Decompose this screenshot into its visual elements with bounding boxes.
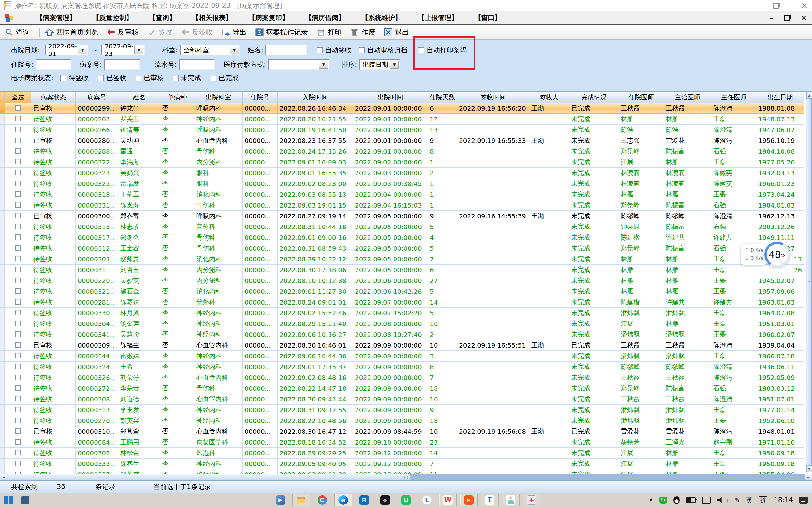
checkbox-icon[interactable] [172, 75, 179, 81]
checkbox-icon[interactable] [60, 75, 66, 81]
nurse-app-icon-tile[interactable] [502, 494, 519, 506]
auto-checkbox-3[interactable]: 自动打印条码 [418, 46, 467, 55]
auto-checkbox-2[interactable]: 自动审核归档 [359, 46, 407, 55]
table-row[interactable]: 已审核00000299...钟龙仔否呼吸内科00000...2022.08.26… [0, 103, 804, 114]
row-checkbox[interactable] [15, 202, 20, 208]
row-checkbox[interactable] [15, 127, 20, 132]
wechat-icon[interactable] [659, 497, 667, 504]
column-header-attending-doctor[interactable]: 主治医师 [664, 92, 711, 103]
row-checkbox[interactable] [15, 181, 20, 186]
table-row[interactable]: 待签收00000266...钟清寿否呼吸内科00000...2022.08.19… [0, 124, 804, 135]
column-header-status[interactable]: 病案状态 [32, 92, 76, 103]
table-row[interactable]: 已审核00000280...吴幼坤否心血管内科00000...2022.08.2… [0, 135, 804, 146]
menu-item-6[interactable]: 【病历借阅】 [305, 13, 345, 22]
display-icon[interactable] [702, 497, 711, 504]
table-row[interactable]: 待签收00000325...雷瑞发否眼科00000...2022.09.02 0… [0, 178, 804, 189]
blue-l-app-icon-tile[interactable]: L [418, 494, 436, 506]
qq-icon[interactable] [673, 496, 680, 504]
file-explorer-icon-tile[interactable] [293, 494, 310, 506]
row-checkbox[interactable] [15, 105, 20, 111]
row-checkbox[interactable] [15, 148, 20, 154]
row-checkbox[interactable] [15, 321, 20, 326]
start-button[interactable] [4, 496, 13, 504]
menu-item-2[interactable]: 【质量控制】 [93, 13, 133, 22]
progress-ring[interactable]: 48% [764, 242, 790, 267]
table-row[interactable]: 待签收00000313...李玉发否神经内科00000...2022.08.31… [0, 405, 804, 415]
scroll-up-icon[interactable]: ▲ [806, 92, 812, 99]
reverse-review-button[interactable]: 反审核 [107, 27, 139, 37]
row-checkbox[interactable] [15, 342, 20, 348]
row-checkbox[interactable] [15, 267, 20, 272]
table-row[interactable]: 待签收00000324...王希否神经内科00000...2022.09.01 … [0, 361, 804, 372]
table-row[interactable]: 待签收00000333...陈春生否神经内科00000...2022.09.05… [0, 458, 804, 469]
table-row[interactable]: 待签收00000272...李荣贵否骨伤科00000...2022.08.22 … [0, 383, 804, 394]
menu-item-4[interactable]: 【相关报表】 [192, 13, 232, 22]
table-row[interactable]: 待签收00000220...吴妙英否内分泌科00000...2022.08.10… [0, 275, 804, 286]
table-row[interactable]: 待签收00000322...李鸿海否内分泌科00000...2022.09.01… [0, 157, 804, 168]
chevron-down-icon[interactable]: ▼ [78, 46, 87, 54]
checkbox-icon[interactable] [418, 47, 424, 53]
checkbox-icon[interactable] [316, 47, 322, 53]
void-button[interactable]: 作废 [351, 27, 375, 37]
vertical-scroll-thumb[interactable]: ≡ [807, 99, 812, 465]
row-checkbox[interactable] [15, 385, 20, 391]
date-to-select[interactable]: 2022-09-23▼ [101, 45, 145, 55]
checkbox-icon[interactable] [359, 47, 365, 53]
table-row[interactable]: 待签收00000326...刘荣仔否心血管内科00000...2022.09.0… [0, 372, 804, 383]
row-checkbox[interactable] [15, 288, 20, 294]
clipboard-app-icon-tile[interactable]: + [523, 494, 541, 506]
chevron-down-icon[interactable]: ▼ [390, 60, 399, 69]
chevron-down-icon[interactable]: ▼ [230, 46, 239, 54]
row-checkbox[interactable] [15, 471, 20, 474]
tray-chevron-icon[interactable]: ∧ [649, 497, 653, 503]
western-homepage-browse-button[interactable]: 西医首页浏览 [45, 27, 98, 37]
row-checkbox[interactable] [15, 234, 20, 240]
battery-icon[interactable] [686, 498, 696, 503]
chevron-down-icon[interactable]: ▼ [135, 46, 143, 54]
mdi-close-button[interactable]: ✕ [801, 14, 807, 22]
sort-select[interactable]: 出院日期▼ [359, 59, 400, 70]
row-checkbox[interactable] [15, 450, 20, 455]
admission-no-input[interactable] [36, 59, 71, 70]
dept-select[interactable]: 全部科室▼ [181, 45, 240, 55]
auto-checkbox-1[interactable]: 自动签收 [316, 46, 352, 55]
minimize-button[interactable]: — [743, 2, 751, 9]
wps-icon-tile[interactable]: W [439, 494, 457, 506]
dark-game-app-icon-tile[interactable]: ◆ [376, 494, 394, 506]
table-row[interactable]: 待签收00000344...雷嫩妹否神经内科00000...2022.09.06… [0, 351, 804, 361]
column-header-patient-name[interactable]: 姓名 [118, 92, 160, 103]
column-header-admission-no[interactable]: 住院号 [243, 92, 277, 103]
column-header-discharge-dept[interactable]: 出院科室 [194, 92, 243, 103]
table-row[interactable]: 待签收00000311...刘杏玉否内分泌科00000...2022.08.30… [0, 265, 804, 275]
blue-t-app-icon-tile[interactable]: T [481, 494, 499, 506]
pinned-app-icon[interactable] [21, 496, 29, 504]
column-header-sign-time[interactable]: 签收时间 [457, 92, 529, 103]
row-checkbox[interactable] [15, 137, 20, 143]
table-row[interactable]: 待签收00000341...吴慧珍否神经内科00000...2022.09.06… [0, 329, 804, 340]
table-row[interactable]: 待签收00000317...郑冬仑否骨伤科00000...2022.09.01 … [0, 232, 804, 243]
vertical-scrollbar[interactable]: ▲ ≡ ▼ [806, 92, 812, 472]
status-checkbox-5[interactable]: 已完成 [210, 73, 239, 82]
table-row[interactable]: 待签收00000084...王鹏用否康复医学科00000...2022.08.1… [0, 437, 804, 448]
table-row[interactable]: 待签收00000323...吴奶兴否眼科00000...2022.09.01 1… [0, 168, 804, 178]
horizontal-scrollbar[interactable]: ◄ ► [0, 474, 812, 481]
table-row[interactable]: 已审核00000310...郑其萱否心血管内科00000...2022.08.3… [0, 426, 804, 437]
chevron-down-icon[interactable]: ▼ [319, 60, 328, 69]
maximize-button[interactable] [773, 3, 779, 9]
checkbox-icon[interactable] [210, 75, 216, 81]
date-from-select[interactable]: 2022-09-01▼ [45, 45, 88, 55]
table-row[interactable]: 待签收00000327...郑英秀否消化内科00000...2022.09.02… [0, 469, 804, 474]
taskbar-clock[interactable]: 18:14 [774, 496, 793, 504]
close-button[interactable]: × [801, 2, 808, 9]
column-header-birth-date[interactable]: 出生日期 [757, 92, 804, 103]
column-header-days[interactable]: 住院天数 [428, 92, 457, 103]
table-row[interactable]: 待签收00000330...林月凤否神经内科00000...2022.09.02… [0, 308, 804, 319]
table-row[interactable]: 已审核00000309...陈福生否心血管内科00000...2022.08.3… [0, 340, 804, 351]
table-row[interactable]: 待签收00000267...罗美玉否神经内科00000...2022.08.20… [0, 114, 804, 124]
export-button[interactable]: 导出 [222, 27, 247, 37]
row-checkbox[interactable] [15, 353, 20, 358]
row-checkbox[interactable] [15, 375, 20, 380]
column-header-resident-doctor[interactable]: 住院医师 [619, 92, 664, 103]
row-checkbox[interactable] [15, 439, 20, 445]
net-speed-widget[interactable]: ↑ 0 K/s ↓ 3 K/s 48% [741, 242, 790, 267]
